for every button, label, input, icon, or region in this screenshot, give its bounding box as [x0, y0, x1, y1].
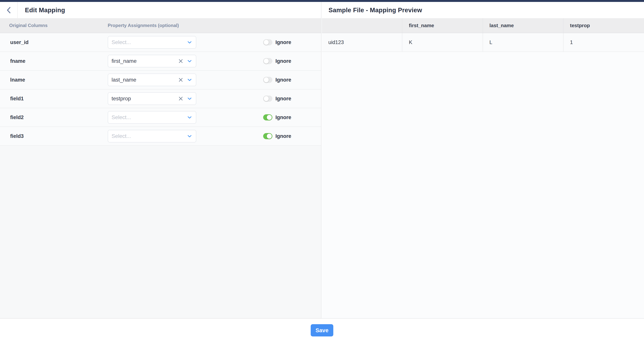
- preview-panel: Sample File - Mapping Preview first_name…: [322, 2, 644, 318]
- property-assignment-select[interactable]: first_name: [108, 55, 196, 67]
- mapping-row: field2 Select... Ignore: [0, 108, 321, 127]
- preview-column-header: testprop: [564, 18, 644, 33]
- right-titlebar: Sample File - Mapping Preview: [322, 2, 644, 18]
- original-column-name: field1: [10, 96, 24, 102]
- ignore-toggle[interactable]: [263, 58, 272, 64]
- toggle-knob: [267, 115, 272, 120]
- left-titlebar: Edit Mapping: [0, 2, 321, 18]
- preview-title: Sample File - Mapping Preview: [328, 6, 422, 14]
- column-header-property-assignments: Property Assignments (optional): [108, 23, 179, 28]
- chevron-down-icon[interactable]: [188, 60, 192, 62]
- x-clear-icon[interactable]: [178, 96, 183, 101]
- ignore-toggle[interactable]: [263, 39, 272, 45]
- preview-cell: uid123: [322, 33, 402, 51]
- chevron-down-icon[interactable]: [188, 41, 192, 44]
- toggle-knob: [267, 134, 272, 139]
- mapping-row: user_id Select... Ignore: [0, 33, 321, 52]
- original-column-name: field2: [10, 114, 24, 120]
- ignore-label: Ignore: [276, 96, 291, 102]
- ignore-toggle[interactable]: [263, 114, 272, 120]
- property-assignment-select[interactable]: testprop: [108, 92, 196, 105]
- toggle-knob: [264, 77, 269, 82]
- mapping-row: lname last_name Ignore: [0, 71, 321, 89]
- ignore-toggle[interactable]: [263, 95, 272, 102]
- preview-cell: 1: [564, 33, 644, 51]
- mapping-row: field1 testprop Ignore: [0, 89, 321, 108]
- original-column-name: fname: [10, 58, 26, 64]
- ignore-label: Ignore: [276, 39, 291, 45]
- mapping-panel: Edit Mapping Original Columns Property A…: [0, 2, 322, 318]
- preview-column-header: first_name: [402, 18, 483, 33]
- chevron-down-icon[interactable]: [188, 135, 192, 137]
- preview-cell: L: [483, 33, 564, 51]
- mapping-row: field3 Select... Ignore: [0, 127, 321, 146]
- chevron-down-icon[interactable]: [188, 97, 192, 100]
- chevron-down-icon[interactable]: [188, 116, 192, 119]
- ignore-label: Ignore: [276, 77, 291, 83]
- preview-column-header: [322, 18, 402, 33]
- preview-table-header: first_name last_name testprop: [322, 18, 644, 33]
- ignore-label: Ignore: [276, 58, 291, 64]
- preview-cell: K: [402, 33, 483, 51]
- back-button[interactable]: [0, 2, 18, 18]
- toggle-knob: [264, 59, 269, 63]
- chevron-down-icon[interactable]: [188, 79, 192, 81]
- x-clear-icon[interactable]: [178, 59, 183, 63]
- ignore-label: Ignore: [276, 133, 291, 139]
- mapping-row: fname first_name Ignore: [0, 52, 321, 71]
- original-column-name: lname: [10, 77, 25, 83]
- select-value: testprop: [112, 95, 178, 102]
- select-value: first_name: [112, 58, 178, 64]
- select-value: Select...: [112, 133, 188, 139]
- property-assignment-select[interactable]: last_name: [108, 73, 196, 86]
- page-title: Edit Mapping: [25, 6, 65, 14]
- edit-mapping-screen: Edit Mapping Original Columns Property A…: [0, 0, 644, 342]
- top-accent-bar: [0, 0, 644, 2]
- preview-column-header: last_name: [483, 18, 564, 33]
- x-clear-icon[interactable]: [178, 77, 183, 82]
- original-column-name: field3: [10, 133, 24, 139]
- toggle-knob: [264, 96, 269, 101]
- property-assignment-select[interactable]: Select...: [108, 130, 196, 142]
- original-column-name: user_id: [10, 39, 28, 45]
- select-value: last_name: [112, 77, 178, 83]
- column-header-original-columns: Original Columns: [9, 23, 48, 28]
- toggle-knob: [264, 40, 269, 45]
- preview-table-row: uid123 K L 1: [322, 33, 644, 52]
- property-assignment-select[interactable]: Select...: [108, 111, 196, 124]
- ignore-label: Ignore: [276, 114, 291, 120]
- property-assignment-select[interactable]: Select...: [108, 36, 196, 49]
- ignore-toggle[interactable]: [263, 133, 272, 139]
- select-value: Select...: [112, 39, 188, 45]
- mapping-table-header: Original Columns Property Assignments (o…: [0, 18, 321, 33]
- ignore-toggle[interactable]: [263, 77, 272, 83]
- save-button[interactable]: Save: [311, 324, 333, 337]
- select-value: Select...: [112, 114, 188, 120]
- chevron-left-icon: [6, 7, 11, 13]
- footer-bar: Save: [0, 318, 644, 342]
